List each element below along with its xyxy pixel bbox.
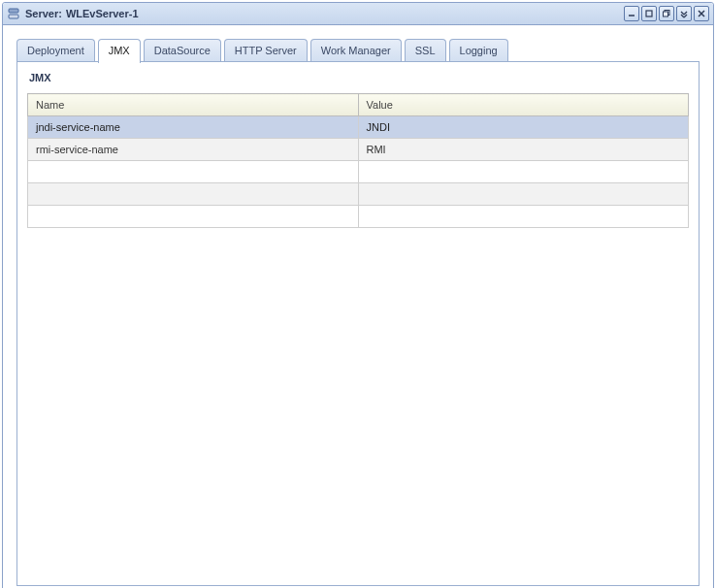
table-row[interactable] <box>28 183 689 206</box>
restore-icon[interactable] <box>641 6 657 21</box>
maximize-overlap-icon[interactable] <box>659 6 674 21</box>
cell-value <box>358 183 689 206</box>
cell-value: RMI <box>358 139 689 161</box>
svg-rect-1 <box>9 15 18 18</box>
minimize-icon[interactable] <box>624 6 639 21</box>
title-label: Server: <box>25 8 62 19</box>
jmx-properties-table: Name Value jndi-service-name JNDI rmi-se… <box>27 93 689 228</box>
cell-value <box>358 206 689 228</box>
close-icon[interactable] <box>694 6 709 21</box>
tab-strip: Deployment JMX DataSource HTTP Server Wo… <box>3 25 713 62</box>
tab-httpserver[interactable]: HTTP Server <box>224 39 308 62</box>
server-icon <box>7 7 20 20</box>
tab-logging[interactable]: Logging <box>449 39 508 62</box>
svg-rect-0 <box>9 9 18 13</box>
collapse-icon[interactable] <box>676 6 692 21</box>
tab-deployment[interactable]: Deployment <box>16 39 95 62</box>
server-window: Server: WLEvServer-1 <box>2 2 714 588</box>
svg-rect-3 <box>646 11 652 16</box>
cell-name <box>28 183 359 206</box>
tab-workmanager[interactable]: Work Manager <box>310 39 402 62</box>
cell-value <box>358 161 689 183</box>
table-row[interactable] <box>28 206 689 228</box>
tab-jmx[interactable]: JMX <box>98 39 141 63</box>
window-buttons <box>624 6 709 21</box>
cell-name: jndi-service-name <box>28 116 359 139</box>
cell-name <box>28 206 359 228</box>
tab-datasource[interactable]: DataSource <box>144 39 221 62</box>
title-value: WLEvServer-1 <box>66 8 139 19</box>
cell-name <box>28 161 359 183</box>
table-row[interactable]: jndi-service-name JNDI <box>28 116 689 139</box>
titlebar: Server: WLEvServer-1 <box>3 3 713 25</box>
table-row[interactable] <box>28 161 689 183</box>
column-header-value[interactable]: Value <box>358 94 689 116</box>
cell-name: rmi-service-name <box>28 139 359 161</box>
tab-ssl[interactable]: SSL <box>405 39 446 62</box>
svg-rect-5 <box>664 12 668 16</box>
column-header-name[interactable]: Name <box>28 94 359 116</box>
panel-title: JMX <box>29 72 689 83</box>
content-panel: JMX Name Value jndi-service-name JNDI rm… <box>16 62 700 586</box>
table-row[interactable]: rmi-service-name RMI <box>28 139 689 161</box>
cell-value: JNDI <box>358 116 689 139</box>
